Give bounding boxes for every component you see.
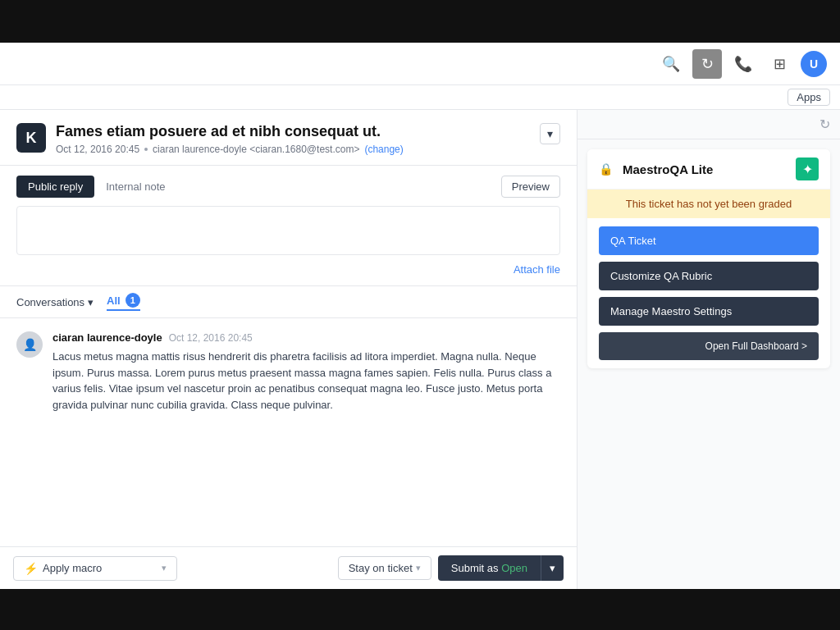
maestro-actions: QA Ticket Customize QA Rubric Manage Mae… (587, 218, 830, 368)
conversations-button[interactable]: Conversations ▾ (16, 296, 94, 308)
all-tab[interactable]: All 1 (107, 293, 140, 311)
public-reply-tab[interactable]: Public reply (16, 176, 94, 198)
ticket-header: K Fames etiam posuere ad et nibh consequ… (0, 110, 577, 166)
lightning-icon: ⚡ (24, 562, 38, 575)
action-bar: ⚡ Apply macro ▾ Stay on ticket ▾ Submit … (0, 546, 577, 589)
header-toolbar: 🔍 ↻ 📞 ⊞ U (0, 43, 840, 85)
left-panel: K Fames etiam posuere ad et nibh consequ… (0, 110, 578, 589)
ticket-date: Oct 12, 2016 20:45 (56, 144, 139, 155)
grid-icon[interactable]: ⊞ (765, 49, 794, 79)
ticket-author: ciaran laurence-doyle <ciaran.1680@test.… (153, 144, 359, 155)
macro-label: Apply macro (43, 562, 102, 574)
internal-note-tab[interactable]: Internal note (94, 176, 176, 198)
ticket-header-left: K Fames etiam posuere ad et nibh consequ… (16, 123, 404, 155)
table-row: 👤 ciaran laurence-doyle Oct 12, 2016 20:… (16, 331, 560, 413)
preview-button[interactable]: Preview (501, 176, 560, 198)
message-content: ciaran laurence-doyle Oct 12, 2016 20:45… (52, 331, 560, 413)
attach-file-row: Attach file (16, 263, 560, 276)
avatar-wrapper: 👤 (16, 331, 43, 413)
graded-notice: This ticket has not yet been graded (587, 189, 830, 218)
message-time: Oct 12, 2016 20:45 (169, 332, 253, 344)
submit-as-button[interactable]: Submit as Open (438, 555, 541, 581)
message-header: ciaran laurence-doyle Oct 12, 2016 20:45 (52, 331, 560, 344)
apps-button[interactable]: Apps (788, 89, 830, 106)
attach-file-link[interactable]: Attach file (514, 263, 560, 276)
ticket-change-link[interactable]: (change) (364, 144, 403, 155)
maestro-header: 🔒 MaestroQA Lite ✦ (587, 149, 830, 189)
message-body: Lacus metus magna mattis risus hendrerit… (52, 349, 560, 413)
open-dashboard-button[interactable]: Open Full Dashboard > (599, 332, 819, 360)
refresh-icon[interactable]: ↻ (692, 49, 722, 79)
messages-area: 👤 ciaran laurence-doyle Oct 12, 2016 20:… (0, 318, 577, 546)
macro-left: ⚡ Apply macro (24, 562, 102, 575)
ticket-info: Fames etiam posuere ad et nibh consequat… (56, 123, 404, 155)
manage-settings-button[interactable]: Manage Maestro Settings (599, 297, 819, 326)
main-area: K Fames etiam posuere ad et nibh consequ… (0, 110, 840, 589)
message-author: ciaran laurence-doyle (52, 331, 162, 344)
avatar[interactable]: U (801, 51, 827, 77)
all-label: All (107, 294, 121, 307)
maestro-title-group: 🔒 MaestroQA Lite (599, 162, 713, 176)
stay-chevron-icon: ▾ (416, 563, 421, 573)
qa-ticket-button[interactable]: QA Ticket (599, 226, 819, 255)
stay-on-ticket-button[interactable]: Stay on ticket ▾ (338, 556, 431, 580)
ticket-header-right: ▾ (540, 123, 560, 144)
header-icons: 🔍 ↻ 📞 ⊞ U (656, 49, 827, 79)
apply-macro-button[interactable]: ⚡ Apply macro ▾ (13, 556, 177, 581)
action-right: Stay on ticket ▾ Submit as Open ▾ (338, 555, 564, 581)
reply-tabs: Public reply Internal note Preview (16, 176, 560, 198)
bottom-bar (0, 589, 840, 630)
lock-icon: 🔒 (599, 162, 613, 176)
all-count-badge: 1 (126, 293, 140, 308)
panel-refresh-icon[interactable]: ↻ (819, 116, 830, 132)
customize-rubric-button[interactable]: Customize QA Rubric (599, 262, 819, 290)
apps-bar: Apps (0, 85, 840, 110)
conversations-chevron: ▾ (88, 296, 94, 308)
message-avatar: 👤 (16, 331, 43, 358)
maestro-title: MaestroQA Lite (623, 162, 713, 176)
ticket-logo: K (16, 123, 46, 153)
right-panel: ↻ 🔒 MaestroQA Lite ✦ This ticket has not… (578, 110, 840, 589)
maestro-widget: 🔒 MaestroQA Lite ✦ This ticket has not y… (587, 149, 830, 368)
reply-textarea[interactable] (16, 206, 560, 255)
ticket-meta: Oct 12, 2016 20:45 ciaran laurence-doyle… (56, 144, 404, 155)
top-bar (0, 0, 840, 43)
macro-chevron-icon: ▾ (162, 563, 167, 573)
phone-icon[interactable]: 📞 (728, 49, 758, 79)
maestro-logo: ✦ (796, 158, 819, 180)
search-icon[interactable]: 🔍 (656, 49, 686, 79)
ticket-title: Fames etiam posuere ad et nibh consequat… (56, 123, 404, 140)
ticket-dropdown-btn[interactable]: ▾ (540, 123, 560, 144)
submit-open-label: Open (501, 562, 527, 574)
reply-area: Public reply Internal note Preview Attac… (0, 166, 577, 286)
submit-label: Submit as (451, 562, 499, 574)
submit-dropdown-button[interactable]: ▾ (541, 555, 564, 581)
submit-btn-group: Submit as Open ▾ (438, 555, 564, 581)
conversations-label: Conversations (16, 296, 84, 308)
right-panel-header: ↻ (578, 110, 840, 139)
stay-on-ticket-label: Stay on ticket (349, 562, 413, 574)
meta-dot (144, 148, 148, 151)
conversations-bar: Conversations ▾ All 1 (0, 286, 577, 318)
